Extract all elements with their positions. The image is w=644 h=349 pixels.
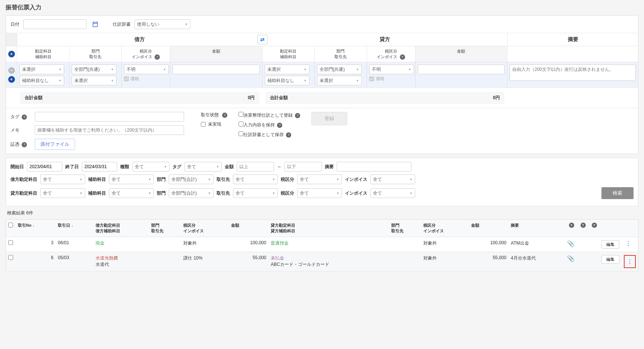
- row-check[interactable]: [8, 255, 13, 260]
- filter-debit-dept[interactable]: 全部門(合計)▼: [169, 174, 214, 184]
- closing-entry-check[interactable]: [239, 112, 243, 117]
- help-icon[interactable]: ?: [22, 142, 27, 147]
- filter-summary-input[interactable]: [337, 162, 411, 172]
- filter-credit-partner[interactable]: 全て▼: [233, 188, 278, 198]
- start-date-input[interactable]: [27, 162, 62, 172]
- attach-button[interactable]: 添付ファイル: [35, 139, 75, 150]
- filter-credit-sub[interactable]: 全て▼: [109, 188, 154, 198]
- help-icon[interactable]: ?: [569, 223, 574, 228]
- filter-debit-tax[interactable]: 全て▼: [297, 174, 342, 184]
- keep-input-check[interactable]: [239, 122, 243, 126]
- col-c-acc: 貸方勘定科目貸方補助科目: [268, 220, 389, 237]
- calendar-icon[interactable]: [90, 19, 100, 29]
- debit-subaccount-select[interactable]: 補助科目なし▼: [19, 76, 64, 85]
- credit-subaccount-select[interactable]: 補助科目なし▼: [265, 76, 309, 85]
- filter-credit-acc[interactable]: 全て▼: [40, 188, 85, 198]
- summary-header: 摘要: [507, 33, 638, 46]
- help-icon[interactable]: ?: [400, 54, 405, 60]
- edit-button[interactable]: 編集: [601, 240, 619, 249]
- table-row: 6 05/03 水道光熱費水道代 課仕 10% 55,000 未払金ABCカード…: [6, 252, 638, 271]
- col-dept: 部門: [71, 48, 120, 54]
- filter-credit-tax[interactable]: 全て▼: [297, 188, 342, 198]
- help-icon[interactable]: ?: [222, 113, 227, 118]
- attachment-icon[interactable]: 📎: [567, 240, 575, 247]
- filter-debit-partner[interactable]: 全て▼: [233, 174, 278, 184]
- col-no[interactable]: 取引No ↓: [16, 220, 56, 237]
- more-icon[interactable]: ⋮: [625, 258, 634, 265]
- end-date-label: 終了日: [65, 164, 79, 170]
- register-button[interactable]: 登録: [311, 112, 347, 125]
- filter-credit-invoice[interactable]: 全て▼: [370, 188, 415, 198]
- add-row-icon[interactable]: +: [8, 51, 15, 57]
- filter-panel: 開始日 終了日 種類 全て▼ タグ 全て▼ 金額 ～ 摘要 借方勘定科目 全て▼…: [6, 158, 638, 206]
- amount-to-input[interactable]: [284, 162, 322, 172]
- select-all-check[interactable]: [8, 223, 13, 227]
- debit-account-select[interactable]: 未選択▼: [19, 65, 64, 74]
- status-label: 取引状態: [201, 112, 219, 118]
- start-date-label: 開始日: [10, 164, 24, 170]
- credit-dept-select[interactable]: 全部門(共通)▼: [317, 65, 362, 74]
- filter-debit-sub[interactable]: 全て▼: [109, 174, 154, 184]
- search-button[interactable]: 検索: [601, 187, 634, 199]
- credit-partner-select[interactable]: 未選択▼: [317, 76, 362, 85]
- col-c-dept: 部門取引先: [389, 220, 421, 237]
- help-icon[interactable]: ?: [155, 54, 160, 60]
- memo-label: メモ: [10, 127, 31, 133]
- debit-tax-select[interactable]: 不明▼: [124, 65, 169, 74]
- amount-from-input[interactable]: [237, 162, 274, 172]
- credit-account-select[interactable]: 未選択▼: [265, 65, 309, 74]
- col-tax: 税区分: [123, 48, 168, 54]
- unrealized-check[interactable]: [201, 122, 206, 127]
- filter-tag-select[interactable]: 全て▼: [184, 162, 222, 172]
- summary-textarea[interactable]: [510, 65, 636, 81]
- type-select[interactable]: 全て▼: [132, 162, 169, 172]
- tag-label: タグ: [10, 114, 19, 119]
- help-icon[interactable]: ?: [581, 223, 586, 228]
- help-icon[interactable]: ?: [286, 132, 291, 138]
- highlighted-more: ⋮: [624, 255, 636, 268]
- debit-partner-select[interactable]: 未選択▼: [72, 76, 116, 85]
- filter-credit-dept[interactable]: 全部門(合計)▼: [169, 188, 214, 198]
- col-date[interactable]: 取引日 ↓: [56, 220, 93, 237]
- credit-amount-input[interactable]: [418, 65, 505, 74]
- col-amount-c: 金額: [417, 48, 506, 54]
- results-table: 取引No ↓ 取引日 ↓ 借方勘定科目借方補助科目 部門取引先 税区分インボイス…: [6, 219, 638, 271]
- debit-dept-select[interactable]: 全部門(共通)▼: [72, 65, 116, 74]
- filter-debit-acc[interactable]: 全て▼: [40, 174, 85, 184]
- credit-tax-select[interactable]: 不明▼: [369, 65, 414, 74]
- col-amount-d: 金額: [172, 48, 261, 54]
- col-d-amount: 金額: [229, 220, 268, 237]
- date-input[interactable]: [23, 19, 87, 29]
- tag-input[interactable]: [35, 112, 184, 122]
- entry-panel: 日付 仕訳辞書 使用しない▼ 借方 ⇄ 貸方 摘要 + 勘定科目補: [6, 15, 638, 154]
- row-check[interactable]: [8, 240, 13, 245]
- col-partner: 取引先: [71, 54, 120, 60]
- add-row-below-icon[interactable]: +: [8, 76, 15, 83]
- dict-select[interactable]: 使用しない▼: [134, 19, 190, 29]
- filter-debit-invoice[interactable]: 全て▼: [370, 174, 415, 184]
- debit-total: 合計金額0円: [20, 92, 259, 104]
- more-icon[interactable]: ⋮: [624, 240, 633, 247]
- col-invoice: インボイス: [132, 54, 152, 59]
- end-date-input[interactable]: [82, 162, 117, 172]
- remove-row-icon[interactable]: −: [8, 67, 15, 74]
- help-icon[interactable]: ?: [295, 113, 300, 118]
- debit-amount-input[interactable]: [172, 65, 260, 74]
- col-summary: 摘要: [508, 220, 565, 237]
- col-d-dept: 部門取引先: [149, 220, 181, 237]
- memo-input[interactable]: [35, 125, 184, 135]
- help-icon[interactable]: ?: [22, 114, 27, 120]
- save-dict-check[interactable]: [239, 131, 243, 136]
- col-d-acc: 借方勘定科目借方補助科目: [93, 220, 149, 237]
- dict-label: 仕訳辞書: [113, 21, 131, 28]
- edit-button[interactable]: 編集: [601, 255, 619, 264]
- help-icon[interactable]: ?: [592, 223, 597, 228]
- help-icon[interactable]: ?: [277, 123, 282, 128]
- col-d-tax: 税区分インボイス: [181, 220, 229, 237]
- credit-qualified-check: [369, 76, 374, 81]
- results-count: 検索結果 6件: [7, 210, 637, 216]
- swap-icon[interactable]: ⇄: [257, 35, 268, 44]
- page-title: 振替伝票入力: [6, 4, 638, 12]
- attachment-icon[interactable]: 📎: [567, 255, 575, 262]
- col-subaccount: 補助科目: [19, 54, 68, 60]
